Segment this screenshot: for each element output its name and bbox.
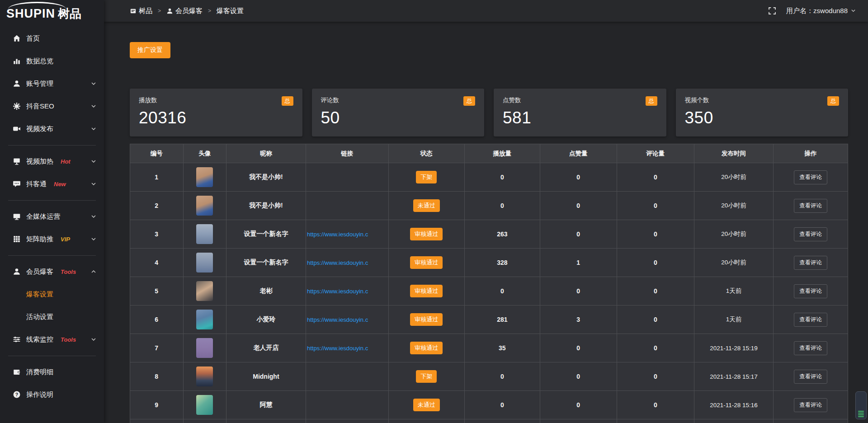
chevron-down-icon [90,181,97,187]
sidebar-item[interactable]: ?操作说明 [0,383,104,406]
status-badge: 下架 [416,171,437,183]
sidebar-item[interactable]: 视频加热Hot [0,150,104,173]
table-body: 1我不是小帅!下架00020小时前查看评论2我不是小帅!未通过00020小时前查… [130,163,848,423]
stat-card-value: 350 [685,108,840,127]
sidebar-item[interactable]: 会员爆客Tools [0,260,104,283]
row-number [130,419,184,423]
stat-card-value: 581 [503,108,657,127]
sidebar-item[interactable]: 线索监控Tools [0,328,104,351]
status-cell: 审核通过 [388,277,464,306]
nickname: Midnight [226,362,306,391]
avatar-cell [183,220,226,249]
view-comments-button[interactable]: 查看评论 [794,398,827,412]
video-icon [13,125,21,133]
stat-card: 播放数总20316 [130,89,302,136]
view-comments-button[interactable]: 查看评论 [794,313,827,327]
total-badge: 总 [463,96,475,106]
likes-count [540,419,617,423]
sidebar-item[interactable]: 全媒体运营 [0,205,104,228]
status-badge: 审核通过 [410,313,443,326]
action-cell: 查看评论 [773,362,848,391]
sidebar-subitem[interactable]: 爆客设置 [0,283,104,306]
sidebar-item[interactable]: 视频发布 [0,118,104,140]
publish-time: 20小时前 [694,163,774,192]
promo-settings-button[interactable]: 推广设置 [130,42,170,58]
stat-cards: 播放数总20316评论数总50点赞数总581视频个数总350 [130,89,848,136]
sidebar-item[interactable]: 消费明细 [0,361,104,383]
view-comments-button[interactable]: 查看评论 [794,370,827,384]
sidebar-item-badge: Hot [61,158,71,165]
plays-count: 0 [464,391,540,419]
status-badge: 审核通过 [410,342,443,354]
app-root: SHUPIN 树品 首页数据总览账号管理抖音SEO视频发布视频加热Hot抖客通N… [0,0,868,423]
overlay-widget[interactable] [855,391,867,419]
breadcrumb-item[interactable]: 树品 [130,7,152,15]
column-header: 发布时间 [694,144,774,163]
action-cell: 查看评论 [773,391,848,419]
breadcrumb: 树品>会员爆客>爆客设置 [130,7,244,15]
comments-count: 0 [617,249,694,277]
sidebar-item[interactable]: 矩阵助推VIP [0,228,104,250]
row-number: 1 [130,163,184,192]
sidebar-item[interactable]: 抖音SEO [0,95,104,118]
sidebar-item[interactable]: 抖客通New [0,173,104,195]
row-number: 8 [130,362,184,391]
plays-count: 281 [464,306,540,334]
widget-bar [858,413,864,414]
stat-card: 评论数总50 [312,89,485,136]
breadcrumb-label: 爆客设置 [217,7,244,15]
comments-count [617,419,694,423]
chevron-down-icon [90,236,97,242]
view-comments-button[interactable]: 查看评论 [794,170,827,184]
member-icon [13,268,21,276]
sidebar-item[interactable]: 数据总览 [0,50,104,72]
sidebar-item[interactable]: 首页 [0,27,104,50]
sidebar-item[interactable]: 账号管理 [0,72,104,95]
sidebar-item-label: 抖客通 [26,180,47,188]
sidebar-item-label: 账号管理 [26,80,53,88]
chevron-down-icon [90,103,97,109]
plays-count: 0 [464,163,540,192]
row-number: 2 [130,192,184,220]
avatar [196,196,213,216]
row-number: 5 [130,277,184,306]
total-badge: 总 [282,96,293,106]
video-link[interactable]: https://www.iesdouyin.c [307,288,368,295]
chevron-down-icon [90,80,97,87]
breadcrumb-item[interactable]: 爆客设置 [217,7,244,15]
plays-count: 0 [464,192,540,220]
chevron-down-icon [90,336,97,343]
view-comments-button[interactable]: 查看评论 [794,227,827,241]
nickname: 我不是小帅! [226,163,306,192]
stat-card: 视频个数总350 [676,89,849,136]
view-comments-button[interactable]: 查看评论 [794,256,827,270]
nickname: 我不是小帅! [226,192,306,220]
brand-logo[interactable]: SHUPIN 树品 [0,0,104,27]
fullscreen-icon[interactable] [768,7,776,15]
video-link[interactable]: https://www.iesdouyin.c [307,231,368,238]
sidebar-subitem[interactable]: 活动设置 [0,306,104,328]
status-cell: 审核通过 [388,306,464,334]
row-number: 3 [130,220,184,249]
view-comments-button[interactable]: 查看评论 [794,284,827,298]
wallet-icon [13,368,21,376]
column-header: 点赞量 [540,144,617,163]
video-link[interactable]: https://www.iesdouyin.c [307,345,368,352]
sidebar-item-label: 视频加热 [26,157,53,166]
view-comments-button[interactable]: 查看评论 [794,341,827,355]
sidebar-divider [0,140,104,150]
status-cell: 审核通过 [388,334,464,362]
table-row: 5老彬https://www.iesdouyin.c审核通过0001天前查看评论 [130,277,848,306]
avatar [196,310,213,329]
action-cell: 查看评论 [773,192,848,220]
view-comments-button[interactable]: 查看评论 [794,199,827,213]
stat-card-label: 视频个数 [685,96,709,104]
avatar-cell [183,192,226,220]
stat-card-value: 20316 [139,108,293,127]
video-link[interactable]: https://www.iesdouyin.c [307,316,368,323]
total-badge: 总 [827,96,839,106]
link-cell: https://www.iesdouyin.c [306,334,389,362]
video-link[interactable]: https://www.iesdouyin.c [307,259,368,266]
user-menu[interactable]: 用户名：zswodun88 [786,7,856,15]
breadcrumb-item[interactable]: 会员爆客 [166,7,203,15]
